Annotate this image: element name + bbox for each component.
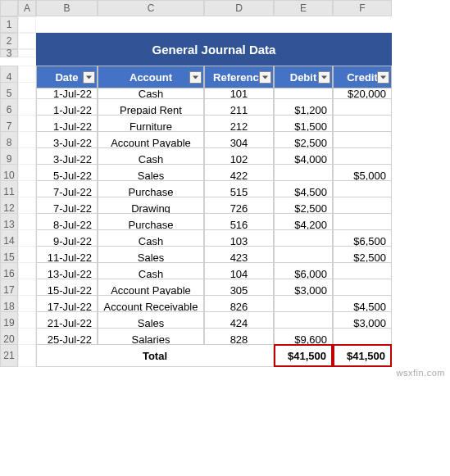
row-header-3[interactable]: 3 xyxy=(0,49,18,57)
total-label[interactable]: Total xyxy=(36,344,274,367)
filter-icon[interactable] xyxy=(189,71,202,84)
col-header-C[interactable]: C xyxy=(98,0,204,16)
cell-A2[interactable] xyxy=(18,33,36,49)
filter-icon[interactable] xyxy=(377,71,389,84)
th-account-label: Account xyxy=(130,71,172,84)
th-credit-label: Credit xyxy=(347,71,378,84)
col-header-A[interactable]: A xyxy=(18,0,36,16)
watermark: wsxfin.com xyxy=(397,368,445,378)
th-account[interactable]: Account xyxy=(98,66,204,88)
th-reference-label: Reference xyxy=(213,71,265,84)
total-debit[interactable]: $41,500 xyxy=(274,344,333,367)
th-debit-label: Debit xyxy=(290,71,317,84)
select-all-corner[interactable] xyxy=(0,0,18,16)
cell-A3[interactable] xyxy=(18,49,36,57)
total-credit[interactable]: $41,500 xyxy=(333,344,392,367)
filter-icon[interactable] xyxy=(83,71,95,84)
page-title: General Journal Data xyxy=(36,33,392,66)
col-header-B[interactable]: B xyxy=(36,0,98,16)
th-date-label: Date xyxy=(55,71,78,84)
col-header-D[interactable]: D xyxy=(204,0,274,16)
th-debit[interactable]: Debit xyxy=(274,66,333,88)
row-header-1[interactable]: 1 xyxy=(0,16,18,33)
th-credit[interactable]: Credit xyxy=(333,66,392,88)
th-reference[interactable]: Reference xyxy=(204,66,274,88)
row-header-21[interactable]: 21 xyxy=(0,344,18,367)
blank-row-1 xyxy=(36,16,392,33)
th-date[interactable]: Date xyxy=(36,66,98,88)
col-header-E[interactable]: E xyxy=(274,0,333,16)
filter-icon[interactable] xyxy=(318,71,330,84)
filter-icon[interactable] xyxy=(259,71,271,84)
col-header-F[interactable]: F xyxy=(333,0,392,16)
cell-A1[interactable] xyxy=(18,16,36,33)
cell-A21[interactable] xyxy=(18,344,36,367)
row-header-2[interactable]: 2 xyxy=(0,33,18,49)
spreadsheet-grid: A B C D E F 1 2 General Journal Data 3 4… xyxy=(0,0,450,360)
